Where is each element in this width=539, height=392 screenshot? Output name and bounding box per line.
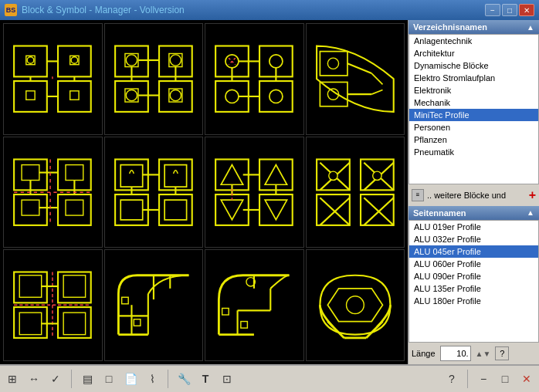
- toolbar-icon-wrench[interactable]: 🔧: [176, 371, 192, 387]
- svg-point-29: [126, 90, 137, 101]
- svg-line-49: [347, 63, 371, 73]
- more-blocks-row: ≡ .. weitere Blöcke und +: [408, 184, 539, 206]
- toolbar-icon-doc[interactable]: 📄: [123, 371, 138, 387]
- svg-point-14: [71, 57, 78, 64]
- toolbar-icon-page[interactable]: □: [101, 371, 117, 387]
- pages-header-label: Seitennamen: [413, 208, 466, 218]
- symbol-cell-11[interactable]: [205, 249, 304, 361]
- toolbar-icon-t[interactable]: T: [198, 371, 213, 387]
- seiten-list-item[interactable]: ALU 135er Profile: [409, 282, 538, 295]
- directory-header-label: Verzeichnisnamen: [413, 22, 487, 32]
- symbol-cell-4[interactable]: [306, 23, 405, 135]
- dir-list-item[interactable]: Personen: [409, 121, 538, 133]
- toolbar-icon-help[interactable]: ?: [444, 371, 459, 387]
- dir-list-item[interactable]: Architektur: [409, 47, 538, 59]
- svg-rect-55: [14, 194, 47, 225]
- toolbar-maximize[interactable]: □: [497, 371, 513, 387]
- svg-rect-6: [26, 91, 35, 100]
- window-controls: − □ ✕: [485, 4, 534, 16]
- seiten-list-item[interactable]: ALU 032er Profile: [409, 233, 538, 245]
- toolbar-separator-3: [467, 370, 468, 388]
- svg-point-88: [329, 171, 337, 180]
- toolbar-icon-check[interactable]: ✓: [48, 371, 63, 387]
- symbol-cell-12[interactable]: [306, 249, 405, 361]
- minimize-button[interactable]: −: [485, 4, 500, 16]
- svg-rect-96: [20, 313, 42, 335]
- seiten-list-item[interactable]: ALU 060er Profile: [409, 258, 538, 270]
- symbol-cell-8[interactable]: [306, 137, 405, 248]
- more-blocks-label: .. weitere Blöcke und: [427, 191, 526, 200]
- toolbar-icon-bars[interactable]: ⌇: [144, 371, 160, 387]
- dir-list-item[interactable]: Dynamische Blöcke: [409, 59, 538, 72]
- symbol-cell-9[interactable]: [3, 249, 103, 361]
- laenge-row: Länge ▲▼ ?: [408, 343, 539, 364]
- seiten-list-item[interactable]: ALU 180er Profile: [409, 295, 538, 307]
- right-panel: Verzeichnisnamen ▲ AnlagentechnikArchite…: [408, 20, 539, 364]
- symbol-cell-3[interactable]: [205, 23, 304, 135]
- seiten-list-item[interactable]: ALU 019er Profile: [409, 221, 538, 233]
- svg-rect-7: [70, 91, 79, 100]
- toolbar-minimize[interactable]: −: [476, 371, 491, 387]
- dir-list-item[interactable]: Anlagentechnik: [409, 35, 538, 47]
- maximize-button[interactable]: □: [502, 4, 517, 16]
- svg-rect-17: [115, 81, 148, 112]
- svg-line-52: [371, 90, 382, 95]
- pages-list[interactable]: ALU 019er ProfileALU 032er ProfileALU 04…: [408, 220, 539, 343]
- svg-rect-34: [259, 81, 293, 112]
- svg-point-89: [373, 171, 381, 180]
- svg-rect-59: [22, 200, 39, 215]
- title-bar-left: BS Block & Symbol - Manager - Vollversio…: [5, 4, 185, 16]
- title-static: Block & Symbol - Manager -: [22, 5, 140, 15]
- close-button[interactable]: ✕: [519, 4, 534, 16]
- laenge-spinner[interactable]: ▲▼: [476, 350, 491, 358]
- title-bar-text: Block & Symbol - Manager - Vollversion: [22, 5, 185, 15]
- dir-list-item[interactable]: Elektro Stromlaufplan: [409, 72, 538, 84]
- title-accent: Vollversion: [140, 5, 185, 15]
- directory-header: Verzeichnisnamen ▲: [408, 20, 539, 34]
- svg-rect-97: [63, 313, 85, 335]
- toolbar-icon-list[interactable]: ▤: [80, 371, 95, 387]
- svg-rect-45: [320, 52, 347, 76]
- toolbar-close[interactable]: ✕: [519, 371, 534, 387]
- svg-rect-19: [125, 54, 138, 67]
- symbol-grid: [0, 20, 408, 364]
- toolbar-separator-1: [71, 370, 72, 388]
- dir-list-item[interactable]: Pflanzen: [409, 133, 538, 146]
- symbol-cell-2[interactable]: [104, 23, 204, 135]
- symbol-cell-5[interactable]: [3, 137, 103, 248]
- laenge-input[interactable]: [440, 346, 471, 361]
- svg-rect-58: [66, 164, 83, 180]
- svg-rect-102: [121, 298, 128, 305]
- symbol-cell-10[interactable]: [104, 249, 204, 361]
- directory-list[interactable]: AnlagentechnikArchitekturDynamische Blöc…: [408, 34, 539, 184]
- dir-list-item[interactable]: MiniTec Profile: [409, 109, 538, 121]
- dir-list-item[interactable]: Elektronik: [409, 84, 538, 96]
- symbol-cell-6[interactable]: [104, 137, 204, 248]
- help-button[interactable]: ?: [495, 346, 509, 360]
- laenge-label: Länge: [412, 349, 436, 358]
- symbol-cell-1[interactable]: [3, 23, 103, 135]
- seiten-list-item[interactable]: ALU 090er Profile: [409, 270, 538, 282]
- svg-point-13: [28, 57, 35, 64]
- svg-point-109: [346, 296, 364, 314]
- directory-sort-icon[interactable]: ▲: [527, 23, 534, 32]
- svg-point-27: [126, 55, 137, 66]
- dir-list-item[interactable]: Mechanik: [409, 96, 538, 109]
- svg-rect-95: [63, 275, 85, 297]
- title-bar: BS Block & Symbol - Manager - Vollversio…: [0, 0, 539, 20]
- svg-rect-56: [58, 194, 91, 225]
- pages-sort-icon[interactable]: ▲: [527, 208, 534, 217]
- svg-rect-21: [125, 89, 138, 102]
- dir-list-item[interactable]: Pneumatik: [409, 146, 538, 158]
- toolbar-icon-grid[interactable]: ⊞: [5, 371, 20, 387]
- toolbar-icon-plug[interactable]: ⊡: [219, 371, 235, 387]
- toolbar-icon-arrows[interactable]: ↔: [26, 371, 42, 387]
- svg-rect-0: [14, 46, 47, 77]
- seiten-list-item[interactable]: ALU 045er Profile: [409, 245, 538, 258]
- symbol-cell-7[interactable]: [205, 137, 304, 248]
- svg-rect-3: [58, 81, 91, 112]
- add-more-icon[interactable]: +: [529, 188, 536, 202]
- pages-section: Seitennamen ▲ ALU 019er ProfileALU 032er…: [408, 206, 539, 343]
- svg-line-51: [371, 73, 382, 84]
- more-blocks-icon[interactable]: ≡: [412, 189, 424, 201]
